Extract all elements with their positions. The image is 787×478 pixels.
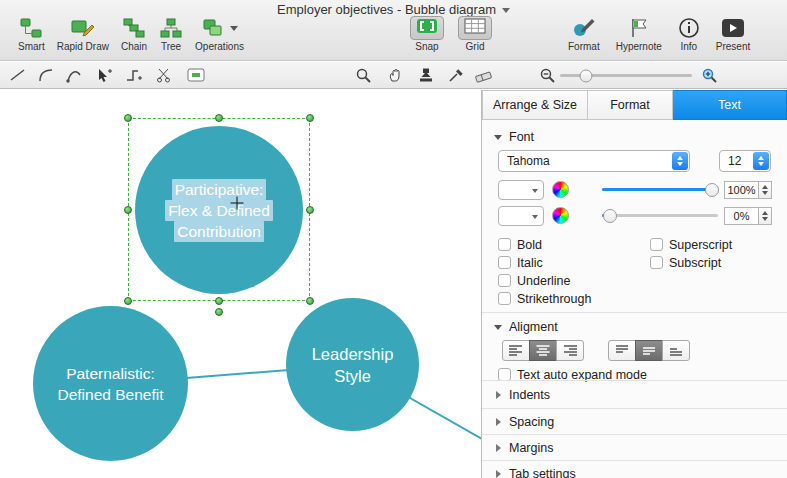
underline-checkbox[interactable] bbox=[498, 274, 511, 287]
chevron-down-icon bbox=[532, 189, 538, 193]
document-title[interactable]: Employer objectives - Bubble diagram bbox=[277, 2, 496, 17]
select-tool-icon[interactable] bbox=[92, 65, 116, 85]
snap-toggle[interactable]: Snap bbox=[410, 16, 444, 52]
strikethrough-checkbox[interactable] bbox=[498, 292, 511, 305]
highlight-color-select[interactable] bbox=[498, 206, 544, 226]
bubble-text-line: Defined Benefit bbox=[58, 384, 164, 405]
snap-grid-group: Snap Grid bbox=[403, 16, 499, 52]
zoom-slider-knob[interactable] bbox=[580, 69, 593, 82]
opacity-stepper-1[interactable] bbox=[759, 181, 772, 199]
text-color-select[interactable] bbox=[498, 180, 544, 200]
hypernote-icon bbox=[627, 16, 651, 40]
tab-arrange-size[interactable]: Arrange & Size bbox=[482, 90, 588, 120]
operations-icon bbox=[202, 16, 226, 40]
view-tools-group: Format Hypernote Info Present bbox=[560, 16, 758, 52]
font-family-stepper[interactable] bbox=[672, 152, 688, 170]
operations-button[interactable]: Operations bbox=[195, 16, 244, 52]
font-section-header[interactable]: Font bbox=[494, 130, 534, 144]
selection-handle-bottom-left[interactable] bbox=[124, 297, 132, 305]
format-button[interactable]: Format bbox=[568, 16, 600, 52]
collapse-triangle-icon bbox=[494, 135, 502, 140]
bubble-text-line: Participative: bbox=[172, 179, 267, 200]
diagram-canvas[interactable]: Participative: Flex & Defined Contributi… bbox=[0, 90, 482, 478]
line-tool-icon[interactable] bbox=[6, 65, 30, 85]
eyedropper-tool-icon[interactable] bbox=[444, 65, 468, 85]
selection-handle-top-right[interactable] bbox=[306, 114, 314, 122]
selection-handle-mid-left[interactable] bbox=[124, 206, 132, 214]
bubble-text-line: Style bbox=[334, 365, 371, 387]
selection-handle-bottom-center[interactable] bbox=[215, 297, 223, 305]
opacity-value-2[interactable]: 0% bbox=[724, 207, 759, 225]
opacity-slider-1[interactable] bbox=[602, 188, 718, 191]
opacity-value-1[interactable]: 100% bbox=[724, 181, 759, 199]
alignment-section-header[interactable]: Aligment bbox=[494, 320, 558, 334]
smart-button[interactable]: Smart bbox=[18, 16, 45, 52]
superscript-checkbox[interactable] bbox=[650, 238, 663, 251]
font-size-select[interactable]: 12 bbox=[719, 150, 771, 172]
operations-dropdown-icon[interactable] bbox=[230, 26, 238, 31]
align-left-button[interactable] bbox=[502, 340, 530, 361]
subscript-checkbox[interactable] bbox=[650, 256, 663, 269]
selection-handle-bottom-right[interactable] bbox=[306, 297, 314, 305]
valign-top-button[interactable] bbox=[608, 340, 636, 361]
opacity-slider-2-knob[interactable] bbox=[603, 209, 617, 223]
expand-triangle-icon bbox=[496, 391, 501, 399]
scissors-tool-icon[interactable] bbox=[152, 65, 176, 85]
bubble-paternalistic[interactable]: Paternalistic: Defined Benefit bbox=[33, 306, 188, 461]
font-family-select[interactable]: Tahoma bbox=[498, 150, 690, 172]
margins-section-header[interactable]: Margins bbox=[496, 441, 553, 455]
superscript-label: Superscript bbox=[669, 238, 732, 252]
shape-properties-icon[interactable] bbox=[186, 65, 210, 85]
italic-label: Italic bbox=[517, 256, 543, 270]
selection-handle-top-center[interactable] bbox=[215, 114, 223, 122]
info-button[interactable]: Info bbox=[678, 16, 700, 52]
tree-diagram-icon bbox=[159, 16, 183, 40]
pan-hand-icon[interactable] bbox=[384, 65, 408, 85]
zoom-slider[interactable] bbox=[560, 74, 692, 77]
align-center-button[interactable] bbox=[529, 340, 557, 361]
arc-tool-icon[interactable] bbox=[34, 65, 58, 85]
font-size-stepper[interactable] bbox=[753, 152, 769, 170]
zoom-tool-icon[interactable] bbox=[352, 65, 376, 85]
drawing-toolbar bbox=[0, 62, 787, 89]
rapid-draw-button[interactable]: Rapid Draw bbox=[57, 16, 109, 52]
title-dropdown-icon[interactable] bbox=[502, 8, 510, 13]
chain-diagram-icon bbox=[122, 16, 146, 40]
zoom-in-icon[interactable] bbox=[698, 65, 722, 85]
opacity-slider-2[interactable] bbox=[602, 214, 718, 217]
expand-triangle-icon bbox=[496, 444, 501, 452]
bubble-text-line: Flex & Defined bbox=[165, 200, 273, 221]
indents-section-header[interactable]: Indents bbox=[496, 388, 550, 402]
opacity-stepper-2[interactable] bbox=[759, 207, 772, 225]
eraser-tool-icon[interactable] bbox=[472, 65, 496, 85]
valign-middle-button[interactable] bbox=[635, 340, 663, 361]
opacity-slider-1-knob[interactable] bbox=[705, 183, 719, 197]
present-button[interactable]: Present bbox=[716, 16, 750, 52]
spacing-section-header[interactable]: Spacing bbox=[496, 415, 554, 429]
selection-handle-connection-point[interactable] bbox=[215, 308, 223, 316]
bold-checkbox[interactable] bbox=[498, 238, 511, 251]
present-icon bbox=[721, 16, 745, 40]
tab-format[interactable]: Format bbox=[588, 90, 673, 120]
selection-handle-mid-right[interactable] bbox=[306, 206, 314, 214]
highlight-color-wheel-icon[interactable] bbox=[552, 207, 569, 224]
stamp-tool-icon[interactable] bbox=[414, 65, 438, 85]
inspector-tabs: Arrange & Size Format Text bbox=[482, 90, 787, 120]
tab-text[interactable]: Text bbox=[673, 90, 787, 120]
zoom-out-icon[interactable] bbox=[536, 65, 560, 85]
text-color-wheel-icon[interactable] bbox=[552, 181, 569, 198]
align-right-button[interactable] bbox=[556, 340, 584, 361]
grid-toggle[interactable]: Grid bbox=[458, 16, 492, 52]
bubble-participative[interactable]: Participative: Flex & Defined Contributi… bbox=[135, 126, 303, 294]
italic-checkbox[interactable] bbox=[498, 256, 511, 269]
valign-bottom-button[interactable] bbox=[662, 340, 690, 361]
hypernote-button[interactable]: Hypernote bbox=[616, 16, 662, 52]
tab-settings-section-header[interactable]: Tab settings bbox=[496, 467, 576, 478]
tree-button[interactable]: Tree bbox=[159, 16, 183, 52]
pen-tool-icon[interactable] bbox=[62, 65, 86, 85]
selection-handle-top-left[interactable] bbox=[124, 114, 132, 122]
bubble-leadership[interactable]: Leadership Style bbox=[286, 298, 419, 431]
chain-button[interactable]: Chain bbox=[121, 16, 147, 52]
connector-tool-icon[interactable] bbox=[122, 65, 146, 85]
bubble-text-line: Contribution bbox=[174, 221, 264, 242]
